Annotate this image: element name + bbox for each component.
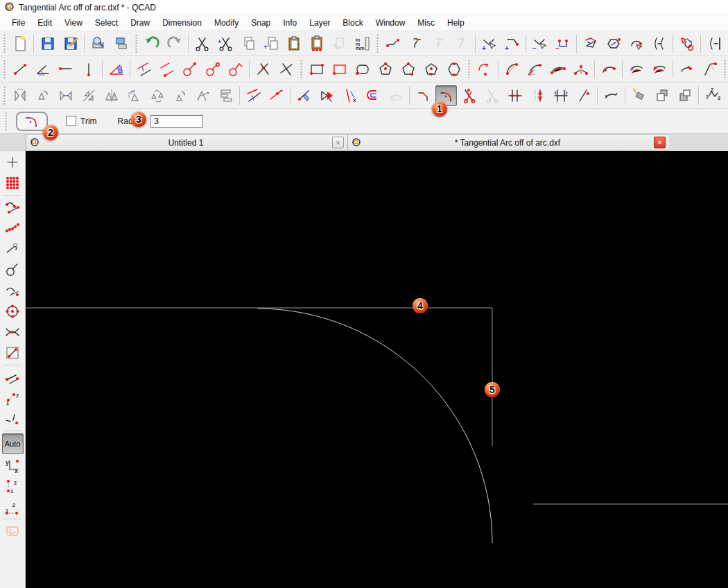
polyline-draw-button[interactable]	[382, 33, 404, 54]
polyline-insert-node-button[interactable]: +	[478, 33, 500, 54]
break-out-segment-button[interactable]	[504, 85, 526, 106]
snap-intersection-button[interactable]	[2, 322, 24, 342]
menu-layer[interactable]: Layer	[303, 17, 336, 29]
menu-help[interactable]: Help	[441, 17, 471, 29]
snap-endpoints-button[interactable]	[2, 198, 24, 217]
arc-2-points-radius-button[interactable]	[524, 59, 546, 80]
polyline-delete-node-button[interactable]	[451, 33, 472, 54]
drawing-area[interactable]	[26, 151, 728, 588]
polyline-simplify-button[interactable]	[648, 33, 670, 54]
menu-view[interactable]: View	[58, 17, 89, 29]
auto-trim-button[interactable]	[385, 85, 406, 106]
snap-free-button[interactable]	[2, 153, 24, 172]
line-2-points-button[interactable]	[9, 59, 31, 80]
stretch-button[interactable]	[192, 85, 214, 106]
flip-horizontal-button[interactable]	[9, 85, 31, 106]
line-tangent-point-circle-button[interactable]	[179, 59, 200, 80]
new-file-button[interactable]	[9, 33, 31, 54]
snap-tangential-button[interactable]	[2, 260, 24, 279]
menu-select[interactable]: Select	[89, 17, 124, 29]
copy-with-reference-button[interactable]: +	[260, 33, 281, 54]
reverse-button[interactable]	[600, 85, 622, 106]
undo-button[interactable]	[141, 33, 162, 54]
polyline-prepend-node-button[interactable]	[428, 33, 449, 54]
drawing-unit-button[interactable]: inmmm	[352, 33, 373, 54]
radius-input[interactable]	[150, 115, 203, 128]
arc-tangential-button[interactable]	[598, 59, 619, 80]
explode-block-button[interactable]	[628, 85, 650, 106]
cut-with-reference-button[interactable]: +	[214, 33, 236, 54]
menu-window[interactable]: Window	[370, 17, 412, 29]
mirror-diagonal-button[interactable]	[78, 85, 99, 106]
polygon-center-corner-button[interactable]	[374, 59, 396, 80]
divide-2-button[interactable]	[481, 85, 503, 106]
trim-checkbox[interactable]	[66, 116, 76, 126]
menu-draw[interactable]: Draw	[124, 17, 156, 29]
restrict-vertical-button[interactable]: 12	[2, 497, 24, 517]
polyline-remove-nodes-between-button[interactable]: −	[552, 33, 573, 54]
polyline-arc-segments-button[interactable]	[625, 33, 647, 54]
arc-center-point-angles-button[interactable]	[474, 59, 495, 80]
arc-2-points-height-button[interactable]	[547, 59, 569, 80]
rotate-button[interactable]	[32, 85, 53, 106]
snap-distance-button[interactable]	[2, 368, 24, 387]
divide-button[interactable]	[458, 85, 480, 106]
line-horizontal-button[interactable]	[55, 59, 76, 80]
arc-concentric-button[interactable]	[625, 59, 647, 80]
move-rotate-button[interactable]	[169, 85, 191, 106]
paste-along-entity-button[interactable]	[306, 33, 327, 54]
current-tool-button[interactable]	[16, 112, 48, 131]
rotate-two-button[interactable]	[146, 85, 168, 106]
back-button[interactable]	[2, 521, 24, 541]
to-back-button[interactable]	[674, 85, 695, 106]
arc-2-points-angle-button[interactable]	[501, 59, 523, 80]
snap-reference-button[interactable]	[2, 281, 24, 300]
save-as-button[interactable]	[60, 33, 81, 54]
line-bisector-button[interactable]	[105, 59, 127, 80]
rectangle-rounded-button[interactable]	[352, 59, 373, 80]
snap-coordinate-polar-button[interactable]: yx	[2, 456, 24, 475]
polyline-add-node-button[interactable]: +	[501, 33, 523, 54]
snap-perpendicular-button[interactable]	[2, 239, 24, 259]
menu-dimension[interactable]: Dimension	[156, 17, 208, 29]
line-vertical-button[interactable]	[78, 59, 99, 80]
extend-button[interactable]	[316, 85, 338, 106]
polygon-center-side-button[interactable]	[420, 59, 442, 80]
line-tangent-orthogonal-button[interactable]	[225, 59, 246, 80]
order-button[interactable]: 123	[702, 85, 723, 106]
line-orthogonal-button[interactable]	[275, 59, 297, 80]
snap-center-button[interactable]	[2, 302, 24, 321]
mirror-button[interactable]	[55, 85, 76, 106]
tab-tangential-arc[interactable]: * Tangential Arc off of arc.dxf ✕	[347, 134, 669, 151]
cut-button[interactable]	[191, 33, 213, 54]
paste-button[interactable]	[283, 33, 304, 54]
paste-to-documents-button[interactable]	[329, 33, 350, 54]
line-angle-button[interactable]	[32, 59, 53, 80]
polyline-from-segments-button[interactable]	[580, 33, 601, 54]
menu-edit[interactable]: Edit	[31, 17, 58, 29]
flip-vertical-button[interactable]	[101, 85, 122, 106]
polyline-append-node-button[interactable]	[405, 33, 426, 54]
menu-block[interactable]: Block	[336, 17, 369, 29]
snap-auto-button[interactable]: Auto	[2, 433, 24, 454]
arc-tangent-point-button[interactable]	[676, 59, 697, 80]
polyline-remove-node-button[interactable]: −	[529, 33, 551, 54]
shorten-button[interactable]: x	[339, 85, 361, 106]
snap-intersection-manual-button[interactable]	[2, 343, 24, 363]
copy-button[interactable]	[237, 33, 259, 54]
trim-button[interactable]	[243, 85, 264, 106]
arc-concentric-distance-button[interactable]	[648, 59, 670, 80]
move-copy-button[interactable]	[123, 85, 145, 106]
tab-untitled-1[interactable]: Untitled 1 ✕	[26, 134, 347, 151]
tab-close-icon[interactable]: ✕	[332, 137, 344, 148]
menu-info[interactable]: Info	[277, 17, 303, 29]
line-parallel-button[interactable]	[156, 59, 177, 80]
to-front-button[interactable]	[651, 85, 673, 106]
menu-snap[interactable]: Snap	[245, 17, 277, 29]
print-preview-button[interactable]	[87, 33, 109, 54]
tab-close-red-icon[interactable]: ✕	[654, 137, 666, 148]
line-parallel-through-point-button[interactable]	[133, 59, 155, 80]
polygon-side-side-button[interactable]	[443, 59, 465, 80]
arc-3-points-button[interactable]	[570, 59, 591, 80]
menu-misc[interactable]: Misc	[411, 17, 441, 29]
